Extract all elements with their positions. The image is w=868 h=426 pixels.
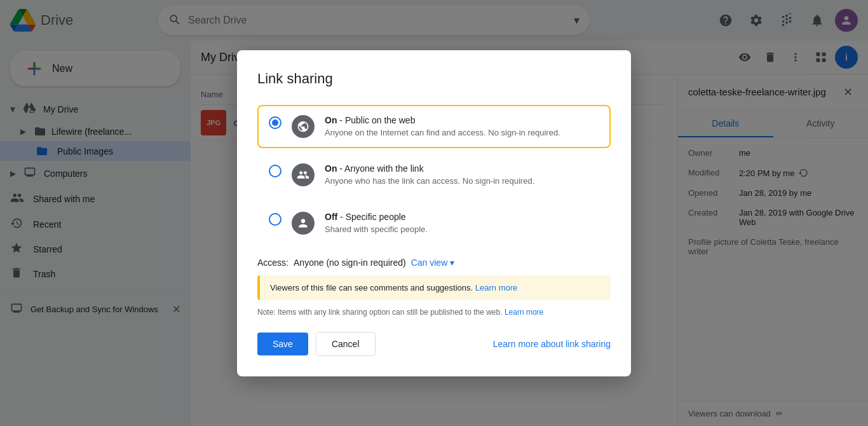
radio-circle-public: [269, 116, 281, 129]
radio-text-specific: Off - Specific people Shared with specif…: [325, 212, 599, 234]
radio-desc-specific: Shared with specific people.: [325, 224, 599, 234]
radio-text-public: On - Public on the web Anyone on the Int…: [325, 115, 599, 137]
radio-circle-link: [269, 165, 281, 177]
link-sharing-modal: Link sharing On - Public on the web Anyo…: [237, 50, 631, 376]
learn-more-about-link-sharing[interactable]: Learn more about link sharing: [493, 339, 611, 349]
info-box: Viewers of this file can see comments an…: [257, 275, 611, 300]
note-text: Note: Items with any link sharing option…: [257, 308, 611, 317]
access-row: Access: Anyone (no sign-in required) Can…: [257, 258, 611, 268]
radio-text-link: On - Anyone with the link Anyone who has…: [325, 163, 599, 186]
access-label: Access:: [257, 258, 288, 268]
person-icon: [292, 212, 315, 235]
info-box-learn-more-link[interactable]: Learn more: [475, 283, 517, 292]
radio-title-public: On - Public on the web: [325, 115, 599, 125]
radio-title-specific: Off - Specific people: [325, 212, 599, 222]
chevron-down-icon: ▾: [450, 258, 454, 268]
radio-option-public[interactable]: On - Public on the web Anyone on the Int…: [257, 105, 611, 148]
access-value: Anyone (no sign-in required): [294, 258, 406, 268]
radio-desc-public: Anyone on the Internet can find and acce…: [325, 128, 599, 137]
save-button[interactable]: Save: [257, 333, 308, 355]
globe-icon: [292, 115, 315, 138]
radio-option-specific[interactable]: Off - Specific people Shared with specif…: [257, 202, 611, 245]
radio-desc-link: Anyone who has the link can access. No s…: [325, 176, 599, 186]
can-view-button[interactable]: Can view ▾: [411, 258, 455, 268]
note-learn-more-link[interactable]: Learn more: [505, 308, 543, 317]
cancel-button[interactable]: Cancel: [316, 332, 376, 356]
modal-overlay: Link sharing On - Public on the web Anyo…: [0, 0, 868, 426]
modal-actions: Save Cancel Learn more about link sharin…: [257, 332, 611, 356]
radio-option-link[interactable]: On - Anyone with the link Anyone who has…: [257, 153, 611, 196]
modal-title: Link sharing: [257, 71, 611, 87]
radio-circle-specific: [269, 213, 281, 226]
link-icon: [292, 163, 315, 186]
radio-title-link: On - Anyone with the link: [325, 163, 599, 174]
